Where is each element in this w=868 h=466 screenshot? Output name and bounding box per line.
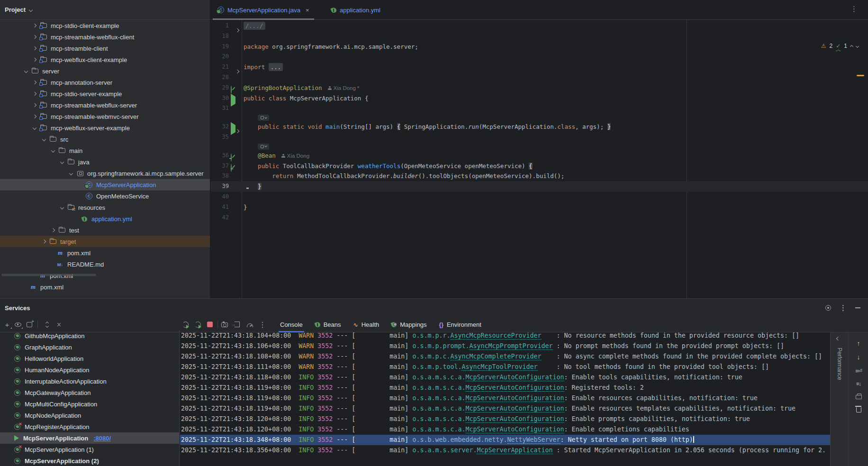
chevron-right-icon[interactable]	[51, 228, 55, 232]
add-service-icon[interactable]: +	[2, 319, 12, 330]
tree-item-main[interactable]: main	[0, 145, 210, 156]
chevron-right-icon[interactable]	[33, 103, 36, 107]
log-row[interactable]: 2025-11-22T21:43:18.108+08:00 WARN 3552 …	[180, 351, 830, 362]
horizontal-scrollbar[interactable]	[1, 274, 96, 276]
tree-item-server[interactable]: server	[0, 65, 210, 77]
error-stripe-warning-mark[interactable]	[857, 75, 864, 76]
code-line-21[interactable]: 21import ...	[211, 62, 868, 72]
related-items-inlay-icon[interactable]	[258, 115, 269, 121]
log-logger[interactable]: o.s.a.m.s.server.McpServerApplication	[412, 447, 552, 454]
log-row[interactable]: 2025-11-22T21:43:18.119+08:00 INFO 3552 …	[180, 403, 830, 414]
code-line-36[interactable]: 36 @BeanXia Dong	[211, 151, 868, 161]
tab-environment[interactable]: {}Environment	[433, 317, 488, 332]
log-row[interactable]: 2025-11-22T21:43:18.106+08:00 WARN 3552 …	[180, 341, 830, 351]
spring-bean-gutter-icon[interactable]	[231, 86, 232, 94]
tab-health[interactable]: ∿Health	[347, 317, 386, 332]
code-line-35[interactable]: 35	[211, 132, 868, 143]
log-logger[interactable]: o.s.m.p.r.AsyncMcpResourceProvider	[412, 332, 541, 340]
soft-wrap-icon[interactable]: ≡⏎	[854, 367, 863, 375]
log-row[interactable]: 2025-11-22T21:43:18.120+08:00 INFO 3552 …	[180, 414, 830, 424]
log-logger[interactable]: o.s.m.p.prompt.AsyncMcpPromptProvider	[412, 342, 552, 350]
log-logger[interactable]: o.s.m.p.tool.AsyncMcpToolProvider	[412, 363, 537, 371]
console-more-icon[interactable]: ⋮	[257, 319, 268, 330]
collapse-left-icon[interactable]	[836, 337, 840, 341]
target-icon[interactable]	[825, 305, 831, 311]
code-line-31[interactable]: 31	[211, 103, 868, 114]
tree-item-mcp-stdio-server-example[interactable]: mcp-stdio-server-example	[0, 88, 210, 99]
tree-item-mcp-streamable-webflux-server[interactable]: mcp-streamable-webflux-server	[0, 99, 210, 111]
expand-all-icon[interactable]	[42, 319, 52, 330]
chevron-right-icon[interactable]	[33, 58, 36, 62]
tree-item-test[interactable]: test	[0, 224, 210, 236]
logger-class[interactable]: McpServerAutoConfiguration	[465, 426, 564, 433]
code-line-19[interactable]: 19package org.springframework.ai.mcp.sam…	[211, 42, 868, 52]
chevron-down-icon[interactable]	[42, 137, 46, 141]
chevron-down-icon[interactable]	[60, 206, 64, 209]
log-logger[interactable]: o.s.b.web.embedded.netty.NettyWebServer	[412, 436, 560, 444]
tab-mcpserverapplication-java[interactable]: CMcpServerApplication.java×	[212, 0, 315, 20]
logger-class[interactable]: NettyWebServer	[507, 436, 561, 444]
logger-class[interactable]: McpServerAutoConfiguration	[465, 394, 564, 402]
tree-item-mcp-webflux-client-example[interactable]: mcp-webflux-client-example	[0, 54, 210, 65]
spring-bean-gutter-icon[interactable]	[231, 164, 232, 172]
editor-options-icon[interactable]: ⋮	[850, 5, 858, 13]
service-helloworldapplication[interactable]: HelloworldApplication	[0, 353, 179, 364]
tree-item-pom-xml[interactable]: mpom.xml	[0, 281, 210, 293]
code-line-29[interactable]: 29@SpringBootApplicationXia Dong *	[211, 83, 868, 93]
show-services-icon[interactable]	[13, 319, 23, 330]
code-line-30[interactable]: 30public class McpServerApplication {	[211, 93, 868, 104]
tree-item-src[interactable]: src	[0, 134, 210, 145]
code-line-40[interactable]: 40	[211, 192, 868, 202]
chevron-right-icon[interactable]	[33, 81, 36, 84]
service-mcpserverapplication[interactable]: McpServerApplication:8080/	[0, 432, 179, 444]
service-mcpnodeapplication[interactable]: McpNodeApplication	[0, 410, 179, 421]
service-mcpregisterapplication[interactable]: McpRegisterApplication	[0, 421, 179, 432]
scroll-to-end-icon[interactable]: ≡↓	[854, 379, 863, 388]
services-header[interactable]: Services ⋮	[0, 299, 868, 317]
tree-item-openmeteoservice[interactable]: COpenMeteoService	[0, 190, 210, 202]
logger-class[interactable]: AsyncMcpResourceProvider	[450, 332, 541, 340]
log-row[interactable]: 2025-11-22T21:43:18.120+08:00 INFO 3552 …	[180, 424, 830, 435]
service-mcpmulticonfigapplication[interactable]: McpMultiConfigApplication	[0, 398, 179, 410]
log-row[interactable]: 2025-11-22T21:43:18.118+08:00 INFO 3552 …	[180, 372, 830, 383]
service-mcpgatewayapplication[interactable]: McpGatewayApplication	[0, 387, 179, 398]
tree-item-application-yml[interactable]: application.yml	[0, 213, 210, 224]
inspections-widget[interactable]: ⚠ 2 ✓ 1	[821, 43, 859, 49]
code-line-1[interactable]: 1/.../	[211, 21, 868, 31]
tab-application-yml[interactable]: application.yml	[326, 0, 386, 20]
code-line-38[interactable]: 38 return MethodToolCallbackProvider.bui…	[211, 171, 868, 181]
chevron-right-icon[interactable]	[33, 92, 36, 96]
log-logger[interactable]: o.s.a.m.s.c.a.McpServerAutoConfiguration	[412, 415, 564, 423]
next-problem-icon[interactable]	[856, 44, 859, 47]
open-in-new-tab-icon[interactable]	[24, 319, 35, 330]
log-logger[interactable]: o.s.a.m.s.c.a.McpServerAutoConfiguration	[412, 374, 564, 381]
chevron-down-icon[interactable]	[60, 160, 64, 164]
performance-tab[interactable]: Performance	[836, 348, 843, 380]
tree-item-mcp-streamable-webflux-client[interactable]: mcp-streamable-webflux-client	[0, 31, 210, 43]
code-line-32[interactable]: 32 public static void main(String[] args…	[211, 122, 868, 132]
tree-item-org-springframework-ai-mcp-sample-server[interactable]: org.springframework.ai.mcp.sample.server	[0, 168, 210, 179]
chevron-right-icon[interactable]	[33, 35, 36, 39]
log-logger[interactable]: o.s.m.p.c.AsyncMcpCompleteProvider	[412, 353, 541, 360]
chevron-right-icon[interactable]	[33, 46, 36, 50]
log-row[interactable]: 2025-11-22T21:43:18.356+08:00 INFO 3552 …	[180, 445, 830, 456]
rerun-icon[interactable]	[180, 319, 190, 330]
stop-icon[interactable]	[205, 319, 215, 330]
service-humannodeapplication[interactable]: HumanNodeApplication	[0, 364, 179, 376]
exit-icon[interactable]	[232, 319, 242, 330]
logger-class[interactable]: AsyncMcpToolProvider	[461, 363, 537, 371]
tree-item-resources[interactable]: resources	[0, 202, 210, 213]
tree-item-java[interactable]: java	[0, 156, 210, 168]
service-mcpserverapplication-1-[interactable]: McpServerApplication (1)	[0, 444, 179, 455]
rerun-update-icon[interactable]	[192, 319, 203, 330]
collapse-all-icon[interactable]	[54, 319, 64, 330]
code-line-37[interactable]: 37 public ToolCallbackProvider weatherTo…	[211, 161, 868, 171]
tab-console[interactable]: Console	[274, 317, 309, 332]
previous-problem-icon[interactable]	[850, 45, 853, 48]
service-githubmcpapplication[interactable]: GithubMcpApplication	[0, 330, 179, 341]
editor-body[interactable]: 1/.../1819package org.springframework.ai…	[211, 20, 868, 298]
spring-bean-gutter-icon[interactable]	[231, 153, 232, 161]
chevron-right-icon[interactable]	[33, 24, 36, 27]
chevron-right-icon[interactable]	[33, 115, 36, 118]
code-line-42[interactable]: 42	[211, 213, 868, 223]
